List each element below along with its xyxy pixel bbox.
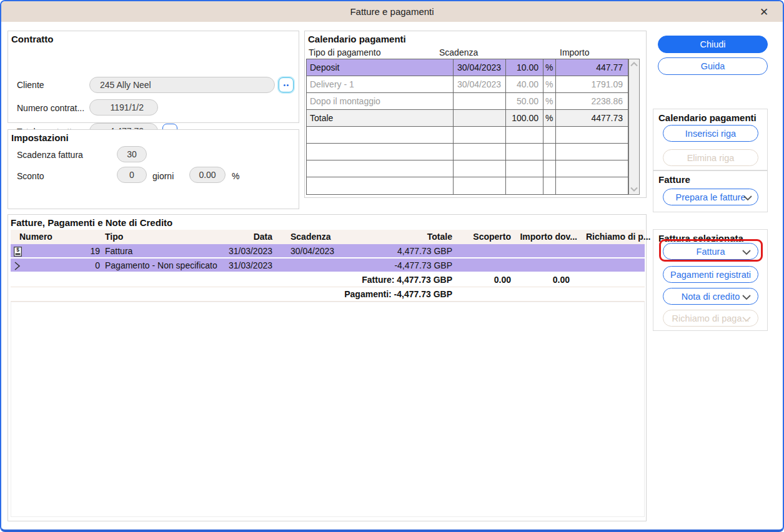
scroll-up-icon[interactable]: [630, 62, 638, 67]
impostazioni-title: Impostazioni: [11, 132, 69, 143]
dialog-window: Fatture e pagamenti ✕ Contratto Cliente …: [0, 0, 784, 532]
nota-di-credito-button[interactable]: Nota di credito: [663, 288, 758, 305]
pagamenti-registrati-button[interactable]: Pagamenti registrati: [663, 266, 758, 283]
scroll-down-icon[interactable]: [630, 187, 638, 192]
chiudi-button[interactable]: Chiudi: [658, 36, 768, 53]
impostazioni-section: Impostazioni Scadenza fattura 30 Sconto …: [7, 129, 299, 209]
title-bar: Fatture e pagamenti ✕: [1, 1, 783, 22]
chevron-down-icon: [742, 295, 751, 300]
fattura-selezionata-title: Fattura selezionata: [658, 233, 743, 244]
col-totale[interactable]: Totale: [366, 230, 452, 244]
cliente-lookup-button[interactable]: [279, 77, 294, 92]
cal-header-importo: Importo: [560, 47, 589, 57]
contratto-section: Contratto Cliente 245 Ally Neel Numero c…: [7, 31, 299, 123]
contratto-title: Contratto: [11, 34, 54, 44]
pagamenti-summary-row: Pagamenti: -4,477.73 GBP: [11, 287, 645, 302]
chevron-down-icon: [743, 195, 752, 200]
chevron-right-icon: [14, 261, 21, 271]
col-data[interactable]: Data: [225, 230, 272, 244]
richiamo-pagamento-button: Richiamo di paga...: [663, 310, 758, 327]
calendario-row-empty[interactable]: [307, 177, 628, 194]
calendario-row-empty[interactable]: [307, 144, 628, 160]
col-importo-dovuto[interactable]: Importo dov...: [511, 230, 577, 244]
pagamento-row[interactable]: 0 Pagamento - Non specificato 31/03/2023…: [11, 259, 645, 273]
scadenza-fattura-label: Scadenza fattura: [17, 150, 83, 160]
cliente-label: Cliente: [17, 80, 44, 90]
calendario-group-title: Calendario pagamenti: [658, 112, 757, 123]
sconto-label: Sconto: [17, 171, 44, 181]
prepara-fatture-button[interactable]: Prepara le fatture: [663, 189, 758, 205]
fatture-table-header: Numero Tipo Data Scadenza Totale Scopert…: [11, 230, 645, 244]
percent-label: %: [232, 171, 239, 181]
fatture-table-empty-area[interactable]: [11, 302, 645, 517]
invoice-icon: $: [14, 247, 22, 257]
fatture-pagamenti-title: Fatture, Pagamenti e Note di Credito: [11, 217, 172, 228]
calendario-row-deposit[interactable]: Deposit 30/04/2023 10.00 % 447.77: [307, 59, 628, 76]
numero-contratto-field[interactable]: 1191/1/2: [89, 99, 158, 116]
sconto-giorni-field[interactable]: 0: [117, 167, 147, 183]
calendario-pagamenti-section: Calendario pagamenti Tipo di pagamento S…: [304, 31, 647, 198]
fatture-summary-row: Fatture: 4,477.73 GBP 0.00 0.00: [11, 273, 645, 287]
calendario-scrollbar[interactable]: [628, 59, 640, 195]
col-scadenza[interactable]: Scadenza: [272, 230, 366, 244]
cal-header-tipo: Tipo di pagamento: [309, 47, 380, 57]
col-scoperto[interactable]: Scoperto: [452, 230, 511, 244]
cal-header-scadenza: Scadenza: [439, 47, 478, 57]
fatture-buttons-group: Fatture Prepara le fatture: [653, 170, 768, 212]
scadenza-fattura-field[interactable]: 30: [117, 146, 147, 162]
calendario-buttons-group: Calendario pagamenti Inserisci riga Elim…: [653, 109, 768, 170]
fatture-pagamenti-section: Fatture, Pagamenti e Note di Credito Num…: [7, 214, 647, 521]
close-icon[interactable]: ✕: [757, 4, 772, 19]
chevron-down-icon: [742, 250, 751, 255]
calendario-row-empty[interactable]: [307, 160, 628, 177]
fattura-row[interactable]: $ 19 Fattura 31/03/2023 30/04/2023 4,477…: [11, 244, 645, 259]
fatture-table: Numero Tipo Data Scadenza Totale Scopert…: [11, 230, 645, 302]
window-title: Fatture e pagamenti: [350, 6, 434, 17]
calendario-title: Calendario pagamenti: [308, 34, 406, 44]
guida-button[interactable]: Guida: [658, 57, 768, 75]
fattura-selezionata-group: Fattura selezionata Fattura Pagamenti re…: [653, 229, 768, 331]
fattura-button[interactable]: Fattura: [663, 243, 758, 260]
col-tipo[interactable]: Tipo: [100, 230, 225, 244]
svg-text:$: $: [16, 247, 19, 253]
calendario-row-montaggio[interactable]: Dopo il montaggio 50.00 % 2238.86: [307, 93, 628, 110]
calendario-row-totale: Totale 100.00 % 4477.73: [307, 110, 628, 127]
col-richiamo[interactable]: Richiamo di p...: [577, 230, 650, 244]
sconto-pct-field[interactable]: 0.00: [189, 167, 226, 183]
cliente-field[interactable]: 245 Ally Neel: [89, 77, 275, 93]
giorni-label: giorni: [152, 171, 174, 181]
numero-contratto-label: Numero contrat...: [17, 103, 84, 113]
calendario-grid: Deposit 30/04/2023 10.00 % 447.77 Delive…: [306, 59, 628, 195]
calendario-row-delivery[interactable]: Delivery - 1 30/04/2023 40.00 % 1791.09: [307, 76, 628, 93]
elimina-riga-button: Elimina riga: [663, 149, 758, 166]
calendario-row-empty[interactable]: [307, 127, 628, 144]
fatture-group-title: Fatture: [658, 174, 690, 185]
inserisci-riga-button[interactable]: Inserisci riga: [663, 125, 758, 142]
chevron-down-icon: [742, 317, 751, 322]
col-numero[interactable]: Numero: [11, 230, 100, 244]
